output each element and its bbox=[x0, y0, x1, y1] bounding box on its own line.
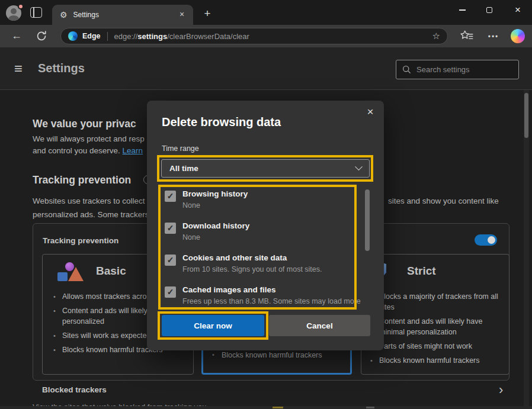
profile-notification-dot bbox=[18, 4, 24, 9]
gear-icon: ⚙ bbox=[60, 10, 68, 20]
checkbox-row-cached-images[interactable]: ✓ Cached images and files Frees up less … bbox=[147, 285, 360, 311]
tracking-prevention-heading: Tracking prevention bbox=[33, 174, 131, 186]
search-input[interactable] bbox=[416, 65, 521, 74]
strict-card-title: Strict bbox=[407, 265, 436, 278]
basic-card-title: Basic bbox=[96, 265, 126, 278]
section-label: Tracking prevention bbox=[43, 236, 118, 245]
taskbar-edge-strip bbox=[0, 406, 532, 409]
tab-settings[interactable]: ⚙ Settings × bbox=[52, 5, 193, 25]
toggle-knob bbox=[488, 236, 495, 244]
page-scrollbar-thumb[interactable] bbox=[524, 93, 528, 138]
learn-more-link[interactable]: Learn bbox=[123, 146, 143, 155]
dialog-close-icon[interactable]: × bbox=[364, 105, 377, 118]
profile-button[interactable] bbox=[6, 5, 23, 21]
minimize-icon bbox=[459, 9, 466, 10]
checkbox-row-cookies[interactable]: ✓ Cookies and other site data From 10 si… bbox=[147, 253, 360, 279]
tracking-paragraph-line1: Websites use trackers to collect bbox=[33, 197, 145, 205]
tab-close-icon[interactable]: × bbox=[177, 9, 187, 20]
favorites-hub-icon[interactable] bbox=[460, 30, 475, 44]
tracking-paragraph-line2: personalized ads. Some trackers bbox=[33, 210, 149, 219]
blocked-trackers-row[interactable]: Blocked trackers bbox=[42, 385, 107, 394]
checkbox-checked-icon[interactable]: ✓ bbox=[165, 255, 176, 266]
cancel-button[interactable]: Cancel bbox=[269, 315, 370, 336]
tab-title: Settings bbox=[73, 11, 99, 19]
page-title: Settings bbox=[38, 62, 85, 75]
chevron-down-icon bbox=[355, 163, 363, 170]
navigation-toolbar: ← Edge edge://settings/clearBrowserData/… bbox=[0, 25, 532, 47]
window-maximize-button[interactable] bbox=[476, 0, 502, 20]
settings-search-box[interactable] bbox=[396, 60, 519, 79]
favorite-star-icon[interactable]: ☆ bbox=[432, 31, 440, 41]
dialog-scrollbar-thumb[interactable] bbox=[365, 189, 370, 251]
tracking-prevention-toggle[interactable] bbox=[475, 234, 497, 246]
delete-browsing-data-dialog: × Delete browsing data Time range All ti… bbox=[147, 101, 384, 350]
menu-hamburger-icon[interactable]: ≡ bbox=[14, 62, 23, 76]
refresh-button[interactable] bbox=[36, 30, 47, 42]
chevron-right-icon[interactable]: › bbox=[499, 382, 503, 398]
browser-window: ⚙ Settings × + × ← Edge edge://settings/… bbox=[0, 0, 532, 409]
search-icon bbox=[402, 65, 411, 74]
checkbox-checked-icon[interactable]: ✓ bbox=[165, 286, 176, 298]
list-item: Content and ads will likely have minimal… bbox=[361, 316, 532, 337]
window-close-button[interactable]: × bbox=[505, 0, 531, 20]
list-item: Blocks known harmful trackers bbox=[361, 355, 532, 366]
window-minimize-button[interactable] bbox=[449, 0, 475, 20]
url-text[interactable]: edge://settings/clearBrowserData/clear bbox=[114, 32, 249, 41]
balanced-visible-bullet: Blocks known harmful trackers bbox=[212, 351, 322, 359]
checkbox-row-browsing-history[interactable]: ✓ Browsing history None bbox=[147, 189, 360, 215]
edge-logo-icon bbox=[68, 31, 78, 41]
taskbar-speck bbox=[273, 407, 283, 408]
maximize-icon bbox=[486, 7, 492, 13]
site-name-label: Edge bbox=[82, 32, 101, 40]
basic-shapes-icon bbox=[57, 262, 85, 282]
workspaces-icon[interactable] bbox=[30, 7, 42, 18]
blocked-trackers-subtext: View the sites that we've blocked from t… bbox=[33, 401, 388, 406]
time-range-label: Time range bbox=[162, 144, 199, 153]
checkbox-checked-icon[interactable]: ✓ bbox=[165, 223, 176, 234]
refresh-icon bbox=[36, 30, 47, 42]
copilot-icon[interactable] bbox=[511, 29, 525, 43]
list-item: Parts of sites might not work bbox=[361, 341, 532, 352]
url-divider bbox=[107, 32, 108, 41]
tracking-paragraph-line1-right: sites and show you content like bbox=[388, 197, 499, 205]
list-item: Blocks a majority of trackers from all s… bbox=[361, 291, 532, 313]
privacy-text-line1: We will always protect and resp bbox=[33, 134, 145, 143]
address-bar[interactable]: Edge edge://settings/clearBrowserData/cl… bbox=[60, 28, 448, 44]
titlebar: ⚙ Settings × + × bbox=[0, 0, 532, 25]
more-menu-icon[interactable]: ••• bbox=[486, 29, 501, 44]
privacy-heading: We value your privac bbox=[33, 118, 136, 130]
back-button[interactable]: ← bbox=[9, 29, 24, 43]
privacy-text-line2: and control you deserve. Learn bbox=[33, 146, 143, 155]
strict-bullet-list: Blocks a majority of trackers from all s… bbox=[361, 291, 532, 369]
new-tab-button[interactable]: + bbox=[200, 7, 214, 21]
dialog-title: Delete browsing data bbox=[162, 115, 281, 129]
taskbar-speck bbox=[366, 407, 374, 408]
time-range-dropdown[interactable]: All time bbox=[161, 159, 370, 178]
clear-now-button[interactable]: Clear now bbox=[162, 315, 264, 336]
time-range-value: All time bbox=[169, 164, 198, 173]
checkbox-row-download-history[interactable]: ✓ Download history None bbox=[147, 221, 360, 247]
checkbox-checked-icon[interactable]: ✓ bbox=[165, 191, 176, 202]
